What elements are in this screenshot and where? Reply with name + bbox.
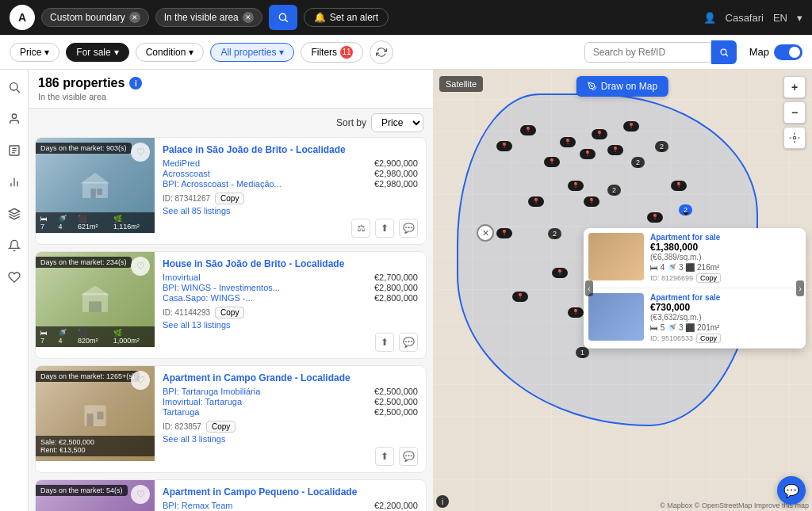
favorite-button[interactable]: ♡ [131, 371, 150, 390]
map-pin[interactable]: 📍 [671, 181, 687, 191]
agency-name[interactable]: Casa.Sapo: WINGS -... [163, 293, 253, 303]
favorite-button[interactable]: ♡ [131, 485, 150, 504]
share-button[interactable]: ⬆ [375, 219, 394, 238]
message-button[interactable]: 💬 [399, 447, 418, 466]
sidebar-icon-heart[interactable] [3, 266, 25, 288]
message-button[interactable]: 💬 [399, 333, 418, 352]
map-pin[interactable]: 📍 [568, 181, 584, 191]
map-pin[interactable]: 📍 [592, 129, 607, 139]
for-sale-filter[interactable]: For sale ▾ [66, 43, 128, 62]
agency-name[interactable]: BPI: WINGS - Investimentos... [163, 283, 280, 292]
see-listings-link[interactable]: See all 85 listings [163, 206, 418, 215]
compare-button[interactable]: ⚖ [351, 219, 370, 238]
agency-name[interactable]: MediPred [163, 158, 200, 168]
refresh-button[interactable] [370, 40, 393, 64]
favorite-button[interactable]: ♡ [131, 257, 150, 276]
zoom-out-button[interactable]: − [783, 101, 806, 124]
info-icon[interactable]: i [129, 77, 142, 90]
chat-button[interactable]: 💬 [777, 476, 806, 505]
sidebar-icon-bell[interactable] [3, 235, 25, 257]
language-selector[interactable]: EN [773, 12, 787, 24]
user-icon: 👤 [703, 12, 716, 24]
map-toggle-switch[interactable] [774, 44, 802, 60]
popup-copy-button[interactable]: Copy [696, 273, 721, 283]
sort-select[interactable]: Price [371, 113, 423, 132]
map-pin[interactable]: 📍 [496, 141, 512, 151]
draw-on-map-button[interactable]: Draw on Map [576, 76, 668, 97]
search-button[interactable] [269, 5, 297, 30]
share-button[interactable]: ⬆ [375, 447, 394, 466]
remove-custom-boundary[interactable]: ✕ [129, 12, 140, 23]
map-area[interactable]: Satellite Draw on Map ✕ 📍 📍 📍 📍 📍 📍 📍 📍 [433, 70, 812, 511]
property-title[interactable]: House in São João de Brito - Localidade [163, 258, 418, 269]
satellite-button[interactable]: Satellite [439, 76, 483, 92]
map-pin[interactable]: 📍 [647, 212, 663, 223]
sidebar-icon-layers[interactable] [3, 203, 25, 225]
map-pin[interactable]: 📍 [520, 125, 536, 135]
map-pin[interactable]: 📍 [552, 268, 568, 278]
search-pill-custom[interactable]: Custom boundary ✕ [41, 8, 149, 27]
all-properties-filter[interactable]: All properties ▾ [210, 43, 294, 62]
svg-point-2 [721, 49, 726, 55]
map-pin[interactable]: 📍 [496, 228, 512, 238]
price-filter[interactable]: Price ▾ [10, 43, 59, 62]
remove-visible-area[interactable]: ✕ [243, 12, 254, 23]
sidebar-icon-building[interactable] [3, 139, 25, 162]
popup-prev-button[interactable]: ‹ [585, 280, 593, 296]
search-ref-button[interactable] [711, 40, 737, 64]
card-actions: ⚖ ⬆ 💬 [163, 215, 418, 238]
map-cluster-pin[interactable]: 2 [607, 185, 621, 196]
map-pin[interactable]: 📍 [544, 157, 560, 167]
svg-rect-21 [97, 412, 103, 420]
search-ref-input[interactable] [584, 42, 711, 63]
agency-name[interactable]: Imovirtual: Tartaruga [163, 397, 242, 406]
map-pin[interactable]: 📍 [584, 196, 599, 207]
popup-property-image [588, 293, 644, 341]
info-button[interactable]: i [436, 495, 449, 508]
copy-id-button[interactable]: Copy [206, 421, 236, 433]
property-title[interactable]: Palace in São João de Brito - Localidade [163, 144, 418, 155]
set-alert-button[interactable]: 🔔 Set an alert [304, 8, 389, 27]
search-pill-visible[interactable]: In the visible area ✕ [155, 8, 262, 27]
sidebar-icon-search[interactable] [3, 76, 25, 98]
map-cluster-pin[interactable]: 2 [548, 228, 561, 239]
map-pin[interactable]: 📍 [512, 292, 528, 302]
map-pin[interactable]: 📍 [607, 145, 623, 155]
property-title[interactable]: Apartment in Campo Pequeno - Localidade [163, 486, 418, 498]
copy-id-button[interactable]: Copy [215, 307, 244, 318]
agency-name[interactable]: BPI: Tartaruga Imobiliária [163, 387, 260, 396]
agency-name[interactable]: BPI: Acrosscoast - Mediação... [163, 179, 282, 189]
map-cluster-pin[interactable]: 2 [679, 204, 692, 215]
favorite-button[interactable]: ♡ [131, 143, 150, 162]
condition-filter[interactable]: Condition ▾ [136, 43, 205, 62]
map-pin[interactable]: 📍 [560, 137, 576, 147]
close-boundary-button[interactable]: ✕ [477, 224, 494, 242]
property-title[interactable]: Apartment in Campo Grande - Localidade [163, 372, 418, 383]
map-pin[interactable]: 📍 [568, 307, 584, 318]
popup-copy-button[interactable]: Copy [696, 334, 721, 343]
share-button[interactable]: ⬆ [375, 333, 394, 352]
agency-name[interactable]: Acrosscoast [163, 169, 210, 178]
map-pin[interactable]: 📍 [580, 149, 596, 159]
svg-rect-15 [97, 189, 102, 195]
popup-details: 🛏 5 🚿 3 ⬛ 201m² [650, 323, 801, 332]
message-button[interactable]: 💬 [399, 219, 418, 238]
popup-next-button[interactable]: › [796, 280, 804, 296]
map-pin[interactable]: 📍 [528, 196, 544, 207]
agency-name[interactable]: BPI: Remax Team [163, 501, 232, 510]
locate-button[interactable] [783, 127, 806, 149]
sidebar-icon-person[interactable] [3, 108, 25, 130]
agency-name[interactable]: Imovirtual [163, 273, 201, 282]
agency-name[interactable]: Tartaruga [163, 407, 199, 417]
map-cluster-pin[interactable]: 2 [631, 157, 645, 168]
sidebar-icon-chart[interactable] [3, 171, 25, 193]
see-listings-link[interactable]: See all 3 listings [163, 434, 418, 444]
zoom-in-button[interactable]: + [783, 76, 806, 98]
map-cluster-pin[interactable]: 1 [576, 347, 589, 358]
copy-id-button[interactable]: Copy [215, 193, 244, 204]
see-listings-link[interactable]: See all 13 listings [163, 320, 418, 330]
map-pin[interactable]: 📍 [623, 121, 639, 132]
filters-button[interactable]: Filters 11 [301, 42, 363, 63]
map-cluster-pin[interactable]: 2 [655, 141, 668, 152]
svg-point-26 [793, 136, 796, 139]
